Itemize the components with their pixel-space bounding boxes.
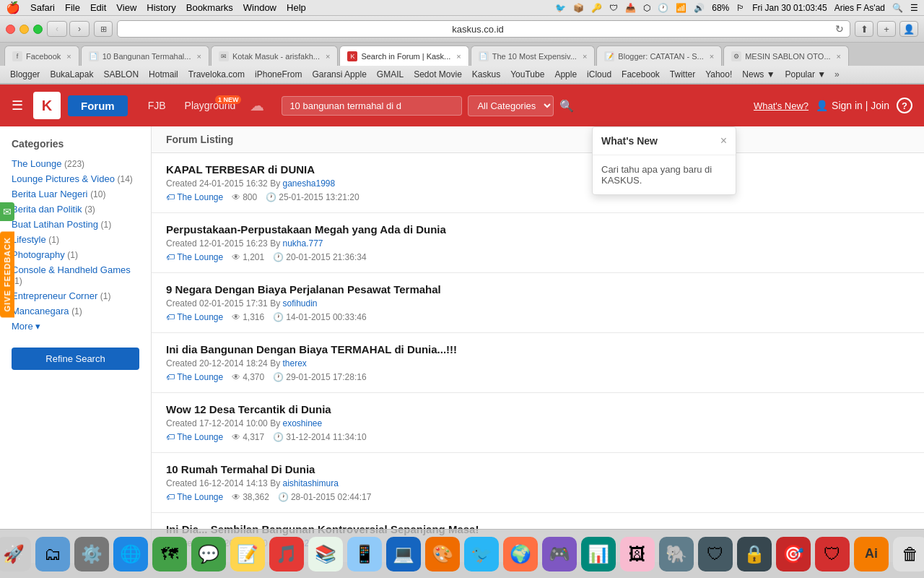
sidebar-link-the-lounge[interactable]: The Lounge (12, 158, 61, 169)
reload-button[interactable]: ↻ (835, 23, 844, 35)
sidebar-item-buat-latihan[interactable]: Buat Latihan Posting (1) (12, 219, 139, 230)
bookmark-facebook[interactable]: Facebook (617, 68, 664, 81)
bookmark-kaskus[interactable]: Kaskus (468, 68, 505, 81)
kaskus-logo[interactable]: K (33, 92, 61, 119)
dock-finder[interactable]: 🗂 (35, 537, 70, 571)
dock-shield[interactable]: 🛡 (698, 537, 733, 571)
dock-illustrator[interactable]: Ai (854, 537, 889, 571)
tab-facebook[interactable]: f Facebook × (4, 46, 79, 66)
dock-gaming[interactable]: 🎮 (542, 537, 577, 571)
tab-blogger[interactable]: 📝 Blogger: CATATAN - S... × (596, 46, 722, 66)
bookmark-popular[interactable]: Popular ▼ (781, 68, 831, 81)
dock-preferences[interactable]: ⚙️ (74, 537, 109, 571)
help-button[interactable]: ? (897, 98, 912, 113)
tab-close-bangunan[interactable]: × (196, 52, 201, 61)
thread-tag-lounge[interactable]: The Lounge (166, 312, 223, 322)
tab-bangunan[interactable]: 📄 10 Bangunan Termahal... × (81, 46, 209, 66)
dock-numbers[interactable]: 📊 (581, 537, 616, 571)
maximize-window-button[interactable] (33, 25, 43, 34)
sidebar-item-lifestyle[interactable]: Lifestyle (1) (12, 234, 139, 245)
thread-author[interactable]: nukha.777 (282, 238, 323, 249)
bookmark-yahoo[interactable]: Yahoo! (701, 68, 736, 81)
minimize-window-button[interactable] (19, 25, 29, 34)
email-icon-tab[interactable]: ✉ (0, 202, 14, 221)
sidebar-link-berita-luar[interactable]: Berita Luar Negeri (12, 189, 88, 199)
file-menu[interactable]: File (65, 2, 80, 13)
sidebar-item-berita-luar[interactable]: Berita Luar Negeri (10) (12, 189, 139, 199)
thread-tag-lounge[interactable]: The Lounge (166, 492, 223, 502)
thread-title[interactable]: Wow 12 Desa Tercantik di Dunia (166, 403, 910, 415)
fjb-nav-item[interactable]: FJB (141, 97, 173, 114)
extensions-button[interactable]: 👤 (899, 21, 918, 37)
sidebar-item-console[interactable]: Console & Handheld Games (1) (12, 264, 139, 286)
thread-tag-lounge[interactable]: The Lounge (166, 372, 223, 382)
feedback-tab[interactable]: GIVE FEEDBACK (0, 231, 14, 317)
hamburger-menu[interactable]: ☰ (12, 98, 23, 113)
dock-trash[interactable]: 🗑 (893, 537, 924, 571)
dock-ibooks[interactable]: 📚 (308, 537, 343, 571)
bookmark-garansi[interactable]: Garansi Apple (308, 68, 370, 81)
help-menu[interactable]: Help (287, 2, 306, 13)
sidebar-link-entrepreneur[interactable]: Entrepreneur Corner (12, 290, 97, 301)
dock-appstore[interactable]: 📱 (347, 537, 382, 571)
popup-close-button[interactable]: × (720, 134, 727, 147)
refine-search-button[interactable]: Refine Search (12, 348, 139, 370)
address-bar-input[interactable] (123, 24, 832, 35)
category-select[interactable]: All Categories (468, 95, 554, 116)
thread-tag-lounge[interactable]: The Lounge (166, 192, 223, 202)
share-button[interactable]: ⬆ (855, 21, 873, 37)
safari-menu[interactable]: Safari (30, 2, 55, 13)
bookmark-hotmail[interactable]: Hotmail (144, 68, 183, 81)
dock-elephant[interactable]: 🐘 (659, 537, 694, 571)
forward-button[interactable]: › (69, 21, 90, 37)
playground-nav-item[interactable]: Playground 1 NEW (178, 97, 243, 114)
bookmark-sedot[interactable]: Sedot Movie (409, 68, 466, 81)
window-menu[interactable]: Window (243, 2, 276, 13)
tab-close-search[interactable]: × (456, 52, 461, 61)
dock-browser2[interactable]: 🌍 (503, 537, 538, 571)
sidebar-toggle-button[interactable]: ⊞ (94, 21, 113, 37)
sidebar-item-the-lounge[interactable]: The Lounge (223) (12, 158, 139, 169)
thread-tag-lounge[interactable]: The Lounge (166, 252, 223, 262)
back-button[interactable]: ‹ (47, 21, 67, 37)
sidebar-link-mancanegara[interactable]: Mancanegara (12, 306, 69, 316)
tab-expensive[interactable]: 📄 The 10 Most Expensiv... × (471, 46, 596, 66)
sidebar-link-console[interactable]: Console & Handheld Games (12, 264, 131, 275)
whats-new-button[interactable]: What's New? (754, 100, 808, 111)
bookmark-news[interactable]: News ▼ (738, 68, 779, 81)
tab-close-facebook[interactable]: × (66, 52, 71, 61)
dock-twitter[interactable]: 🐦 (464, 537, 499, 571)
dock-maps[interactable]: 🗺 (152, 537, 187, 571)
bookmark-twitter[interactable]: Twitter (666, 68, 699, 81)
sidebar-link-lounge-pictures[interactable]: Lounge Pictures & Video (12, 173, 115, 184)
add-tab-button[interactable]: + (877, 21, 896, 37)
thread-tag-lounge[interactable]: The Lounge (166, 432, 223, 442)
sidebar-link-lifestyle[interactable]: Lifestyle (12, 234, 46, 245)
bookmark-blogger[interactable]: Blogger (6, 68, 44, 81)
list-icon[interactable]: ☰ (910, 3, 918, 13)
dock-music[interactable]: 🎵 (269, 537, 304, 571)
bookmark-bukalapak[interactable]: BukaLapak (45, 68, 97, 81)
bookmark-traveloka[interactable]: Traveloka.com (184, 68, 249, 81)
tab-close-mesin[interactable]: × (837, 52, 841, 61)
sidebar-link-more[interactable]: More ▾ (12, 321, 40, 332)
apple-menu[interactable]: 🍎 (6, 1, 20, 14)
dock-target[interactable]: 🎯 (776, 537, 811, 571)
sidebar-item-entrepreneur[interactable]: Entrepreneur Corner (1) (12, 290, 139, 301)
thread-title[interactable]: Ini dia Bangunan Dengan Biaya TERMAHAL d… (166, 343, 910, 355)
thread-author[interactable]: aishitashimura (282, 478, 338, 488)
bookmark-youtube[interactable]: YouTube (506, 68, 549, 81)
sidebar-link-berita-politik[interactable]: Berita dan Politik (12, 204, 82, 215)
bookmark-icloud[interactable]: iCloud (583, 68, 616, 81)
sidebar-item-more[interactable]: More ▾ (12, 321, 139, 332)
edit-menu[interactable]: Edit (90, 2, 106, 13)
thread-title[interactable]: Perpustakaan-Perpustakaan Megah yang Ada… (166, 223, 910, 236)
sign-in-button[interactable]: 👤 Sign in | Join (816, 100, 889, 111)
bookmark-gmail[interactable]: GMAIL (372, 68, 408, 81)
search-magnifier-icon[interactable]: 🔍 (892, 3, 903, 13)
thread-author[interactable]: ganesha1998 (282, 178, 335, 189)
tab-close-blogger[interactable]: × (710, 52, 714, 61)
dock-photos[interactable]: 🖼 (620, 537, 655, 571)
dock-lock[interactable]: 🔒 (737, 537, 772, 571)
dock-powerpoint[interactable]: 🎨 (425, 537, 460, 571)
